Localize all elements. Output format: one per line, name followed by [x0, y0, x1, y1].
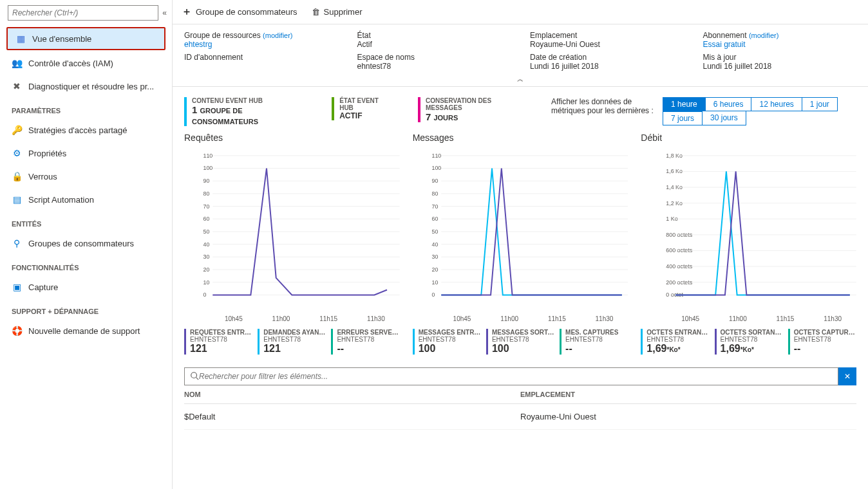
nav-properties[interactable]: ⚙ Propriétés — [0, 142, 172, 165]
ess-label: Abonnement — [703, 31, 747, 40]
resource-group-link[interactable]: ehtestrg — [184, 40, 338, 49]
svg-text:30: 30 — [431, 254, 438, 260]
nav-new-support[interactable]: 🛟 Nouvelle demande de support — [0, 319, 172, 342]
nav-iam[interactable]: 👥 Contrôle d'accès (IAM) — [0, 51, 172, 75]
m-val: 121 — [263, 343, 326, 355]
ess-subid-label: ID d'abonnement — [184, 53, 338, 62]
m-sub: EHNTEST78 — [565, 336, 628, 343]
metrics-messages: MESSAGES ENTRANTS...EHNTEST78100 MESSAGE… — [413, 329, 628, 355]
metrics-requests: REQUÊTES ENTRANTES...EHNTEST78121 DEMAND… — [184, 329, 400, 355]
modify-subscription-link[interactable]: (modifier) — [749, 32, 778, 39]
status-content: CONTENU EVENT HUB 1 GROUPE DE CONSOMMATE… — [184, 97, 306, 126]
nav-label: Verrous — [28, 172, 57, 181]
chart-canvas-requests[interactable]: 1101009080706050403020100 — [184, 147, 400, 314]
timegrain-1h[interactable]: 1 heure — [663, 97, 706, 111]
ess-subscription: Abonnement (modifier) Essai gratuit Mis … — [703, 31, 857, 71]
svg-text:50: 50 — [431, 228, 438, 235]
timegrain-30d[interactable]: 30 jours — [702, 111, 746, 125]
m-val: 121 — [190, 343, 252, 355]
xtick: 11h15 — [319, 315, 337, 322]
subscription-link[interactable]: Essai gratuit — [703, 40, 857, 49]
modify-resource-group-link[interactable]: (modifier) — [263, 32, 292, 39]
nav-label: Nouvelle demande de support — [28, 326, 140, 336]
toolbar-label: Supprimer — [324, 7, 363, 17]
lock-icon: 🔒 — [12, 171, 22, 181]
m-label: OCTETS SORTANTS (... — [721, 329, 783, 336]
xtick: 11h30 — [824, 315, 842, 322]
chart-requests: Requêtes 1101009080706050403020100 10h45… — [184, 133, 400, 355]
people-icon: 👥 — [12, 58, 22, 68]
status-sub: GROUPE DE CONSOMMATEURS — [192, 107, 258, 125]
overview-icon: ▦ — [15, 33, 26, 44]
xtick: 11h30 — [596, 315, 614, 322]
status-value: 7 — [426, 111, 431, 122]
essentials-panel: Groupe de ressources (modifier) ehtestrg… — [173, 24, 868, 87]
sidebar-search[interactable] — [8, 5, 158, 21]
filter-box[interactable] — [184, 367, 838, 385]
nav-header-entites: ENTITÉS — [0, 211, 172, 232]
nav-diagnose[interactable]: ✖ Diagnostiquer et résoudre les pr... — [0, 75, 172, 98]
toolbar-label: Groupe de consommateurs — [196, 7, 297, 17]
svg-text:110: 110 — [431, 152, 441, 159]
filter-input[interactable] — [199, 372, 833, 381]
svg-text:90: 90 — [431, 178, 438, 184]
m-label: MESSAGES ENTRANTS... — [419, 329, 481, 336]
nav-overview[interactable]: ▦ Vue d'ensemble — [6, 27, 165, 50]
timegrain-7d[interactable]: 7 jours — [663, 111, 703, 125]
svg-text:100: 100 — [431, 165, 441, 171]
nav-locks[interactable]: 🔒 Verrous — [0, 165, 172, 188]
nav-label: Contrôle d'accès (IAM) — [28, 59, 113, 68]
metric-req-err: ERREURS SERVEUREHNTEST78-- — [331, 329, 399, 355]
chart-canvas-throughput[interactable]: 1,8 Ko1,6 Ko1,4 Ko1,2 Ko1 Ko800 octets60… — [641, 147, 856, 314]
add-consumer-group-button[interactable]: ＋ Groupe de consommateurs — [182, 5, 297, 19]
chart-messages: Messages 1101009080706050403020100 10h45… — [413, 133, 628, 355]
timegrain-12h[interactable]: 12 heures — [751, 97, 802, 111]
plus-icon: ＋ — [182, 5, 192, 19]
nav-script[interactable]: ▤ Script Automation — [0, 188, 172, 211]
timegrain-1d[interactable]: 1 jour — [802, 97, 838, 111]
metric-msg-cap: MES. CAPTURÉSEHNTEST78-- — [560, 329, 628, 355]
svg-text:60: 60 — [431, 216, 438, 222]
chart-xlabels: 10h45 11h00 11h15 11h30 — [641, 314, 856, 329]
nav-header-fonct: FONCTIONNALITÉS — [0, 255, 172, 275]
timegrain-6h[interactable]: 6 heures — [705, 97, 752, 111]
svg-text:20: 20 — [431, 266, 438, 273]
sidebar-search-input[interactable] — [12, 8, 154, 17]
m-label: DEMANDES AYANT RÉUSSI — [263, 329, 326, 336]
filter-clear-button[interactable]: ✕ — [838, 367, 856, 385]
status-row: CONTENU EVENT HUB 1 GROUPE DE CONSOMMATE… — [173, 87, 868, 133]
timegrain-selector: Afficher les données de métriques pour l… — [551, 97, 856, 125]
svg-text:40: 40 — [431, 241, 438, 248]
m-val: 100 — [492, 343, 554, 355]
nav-consumer-groups[interactable]: ⚲ Groupes de consommateurs — [0, 232, 172, 255]
m-unit: *Ko* — [666, 346, 680, 353]
xtick: 11h30 — [367, 315, 385, 322]
m-val: -- — [565, 343, 628, 355]
nav-label: Vue d'ensemble — [32, 34, 91, 44]
m-sub: EHNTEST78 — [492, 336, 554, 343]
xtick: 11h15 — [548, 315, 566, 322]
timegrain-buttons: 1 heure 6 heures 12 heures 1 jour 7 jour… — [663, 97, 856, 125]
nav-capture[interactable]: ▣ Capture — [0, 275, 172, 299]
consumer-group-icon: ⚲ — [12, 238, 22, 248]
nav-label: Capture — [28, 282, 58, 292]
delete-button[interactable]: 🗑 Supprimer — [312, 7, 363, 17]
support-icon: 🛟 — [12, 326, 22, 336]
col-name[interactable]: NOM — [184, 391, 520, 398]
metric-msg-in: MESSAGES ENTRANTS...EHNTEST78100 — [413, 329, 481, 355]
essentials-toggle[interactable]: ︽ — [184, 75, 856, 84]
table-row[interactable]: $Default Royaume-Uni Ouest — [184, 404, 856, 430]
nav-policies[interactable]: 🔑 Stratégies d'accès partagé — [0, 118, 172, 142]
chart-canvas-messages[interactable]: 1101009080706050403020100 — [413, 147, 628, 314]
status-sub: JOURS — [433, 114, 458, 122]
svg-line-71 — [196, 377, 199, 380]
metric-msg-out: MESSAGES SORTANTS...EHNTEST78100 — [486, 329, 554, 355]
collapse-sidebar-button[interactable]: « — [162, 8, 167, 17]
key-icon: 🔑 — [12, 125, 22, 135]
ess-state: État Actif Espace de noms ehntest78 — [357, 31, 511, 71]
m-sub: EHNTEST78 — [721, 336, 783, 343]
col-loc[interactable]: EMPLACEMENT — [520, 391, 856, 398]
chart-throughput: Débit 1,8 Ko1,6 Ko1,4 Ko1,2 Ko1 Ko800 oc… — [641, 133, 856, 355]
nav-label: Stratégies d'accès partagé — [28, 125, 127, 135]
status-label: CONSERVATION DES MESSAGES — [426, 97, 525, 111]
